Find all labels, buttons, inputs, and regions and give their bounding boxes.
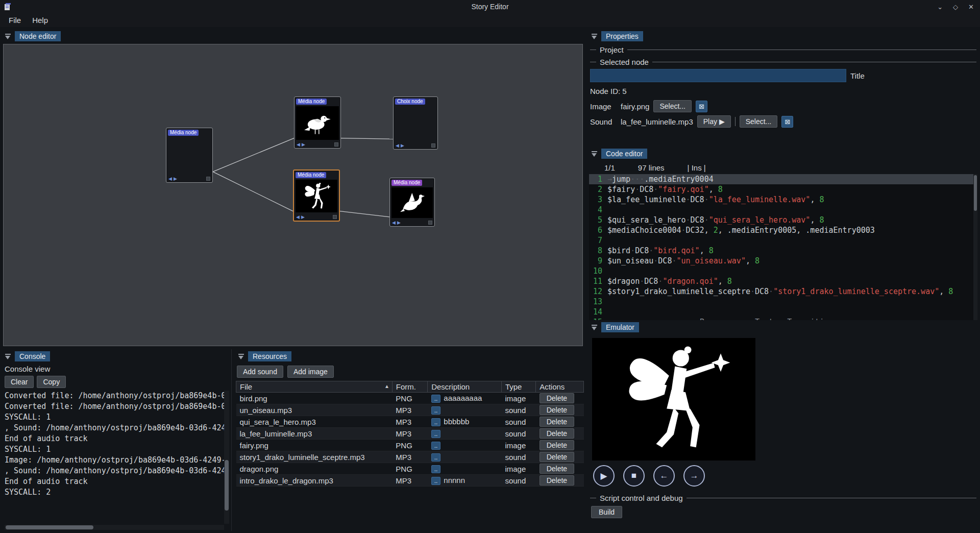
collapse-icon[interactable]: [238, 353, 244, 360]
image-clear-icon[interactable]: ⊠: [696, 101, 707, 112]
delete-button[interactable]: Delete: [540, 464, 574, 474]
delete-button[interactable]: Delete: [540, 452, 574, 462]
prev-port-icon[interactable]: ◀: [392, 220, 396, 225]
edit-description-button[interactable]: ..: [431, 406, 441, 415]
delete-button[interactable]: Delete: [540, 405, 574, 415]
sound-clear-icon[interactable]: ⊠: [781, 116, 793, 128]
add-image-button[interactable]: Add image: [287, 366, 334, 378]
close-icon[interactable]: ✕: [968, 3, 974, 11]
node-port-controls[interactable]: ◀▶: [294, 214, 339, 221]
resource-row[interactable]: la_fee_luminelle.mp3MP3..soundDelete: [236, 428, 584, 440]
code-vscrollbar[interactable]: [973, 174, 977, 320]
code-line[interactable]: 7: [589, 235, 977, 246]
node-port-controls[interactable]: ◀▶: [166, 176, 212, 182]
graph-node-bird[interactable]: Média node◀▶: [294, 96, 341, 149]
prev-port-icon[interactable]: ◀: [396, 143, 399, 148]
clear-button[interactable]: Clear: [5, 376, 34, 388]
edit-description-button[interactable]: ..: [431, 465, 441, 473]
stop-button[interactable]: ■: [623, 465, 645, 487]
console-hscrollbar[interactable]: [5, 525, 224, 530]
resources-title: Resources: [248, 351, 291, 361]
maximize-icon[interactable]: ◇: [953, 3, 958, 11]
column-header-description[interactable]: Description: [428, 381, 502, 393]
resource-row[interactable]: qui_sera_le_hero.mp3MP3..bbbbbbsoundDele…: [236, 416, 584, 428]
step-forward-button[interactable]: →: [683, 465, 705, 487]
next-port-icon[interactable]: ▶: [302, 142, 305, 147]
collapse-icon[interactable]: [591, 151, 598, 157]
delete-button[interactable]: Delete: [540, 475, 574, 486]
edit-description-button[interactable]: ..: [431, 453, 441, 462]
play-button[interactable]: ▶: [593, 465, 615, 487]
column-header-format[interactable]: Form.: [392, 381, 427, 393]
graph-node-dragon[interactable]: Média node◀▶: [389, 178, 435, 227]
edit-description-button[interactable]: ..: [431, 418, 441, 426]
code-line[interactable]: 8$bird·DC8·"bird.qoi", 8: [589, 246, 977, 256]
column-header-type[interactable]: Type: [501, 381, 535, 393]
title-input[interactable]: [590, 69, 846, 82]
delete-button[interactable]: Delete: [540, 440, 574, 450]
sound-play-button[interactable]: Play ▶: [697, 115, 731, 128]
line-number: 5: [589, 215, 607, 225]
menu-file[interactable]: File: [3, 14, 27, 26]
step-back-button[interactable]: ←: [653, 465, 675, 487]
edit-description-button[interactable]: ..: [431, 395, 441, 403]
graph-node-start[interactable]: Média node◀▶: [166, 128, 213, 183]
prev-port-icon[interactable]: ◀: [168, 176, 172, 181]
next-port-icon[interactable]: ▶: [401, 143, 404, 148]
edit-description-button[interactable]: ..: [431, 442, 441, 450]
console-vscrollbar[interactable]: [224, 391, 229, 524]
prev-port-icon[interactable]: ◀: [297, 142, 300, 147]
code-editor-area[interactable]: 1→jump···.mediaEntry00042$fairy·DC8·"fai…: [589, 174, 977, 320]
menu-help[interactable]: Help: [27, 14, 54, 26]
column-header-file[interactable]: File▲: [236, 381, 393, 393]
graph-node-fairy[interactable]: Média node◀▶: [293, 169, 340, 222]
code-line[interactable]: 4: [589, 205, 977, 215]
collapse-icon[interactable]: [591, 33, 598, 40]
code-line[interactable]: 5$qui_sera_le_hero·DC8·"qui_sera_le_hero…: [589, 215, 977, 225]
code-line[interactable]: 11$dragon·DC8·"dragon.qoi", 8: [589, 276, 977, 286]
minimize-icon[interactable]: ⌄: [937, 3, 943, 11]
edit-description-button[interactable]: ..: [431, 430, 441, 438]
collapse-icon[interactable]: [5, 353, 11, 360]
node-port-controls[interactable]: ◀▶: [394, 142, 437, 149]
image-select-button[interactable]: Select...: [653, 100, 692, 112]
resource-row[interactable]: fairy.pngPNG..imageDelete: [236, 440, 584, 451]
code-line[interactable]: 13: [589, 297, 977, 307]
node-body: [395, 106, 436, 141]
code-line[interactable]: 9$un_oiseau·DC8·"un_oiseau.wav", 8: [589, 256, 977, 266]
collapse-icon[interactable]: [591, 324, 598, 331]
node-port-controls[interactable]: ◀▶: [295, 141, 340, 148]
next-port-icon[interactable]: ▶: [397, 220, 401, 225]
resource-row[interactable]: un_oiseau.mp3MP3..soundDelete: [236, 404, 584, 416]
column-header-actions[interactable]: Actions: [536, 381, 584, 393]
code-line[interactable]: 10: [589, 266, 977, 276]
resource-row[interactable]: intro_drako_le_dragon.mp3MP3..nnnnnsound…: [236, 475, 584, 487]
build-button[interactable]: Build: [591, 506, 622, 518]
code-line[interactable]: 3$la_fee_luminelle·DC8·"la_fee_luminelle…: [589, 195, 977, 205]
delete-button[interactable]: Delete: [540, 417, 574, 427]
collapse-icon[interactable]: [5, 33, 11, 40]
code-line[interactable]: 15 Personnage, Texte, Transitions: [589, 317, 977, 320]
resource-row[interactable]: dragon.pngPNG..imageDelete: [236, 463, 584, 475]
delete-button[interactable]: Delete: [540, 428, 574, 439]
next-port-icon[interactable]: ▶: [301, 214, 305, 220]
file-type: image: [501, 440, 535, 451]
sound-select-button[interactable]: Select...: [740, 115, 778, 128]
code-line[interactable]: 1→jump···.mediaEntry0004: [589, 174, 977, 184]
node-port-controls[interactable]: ◀▶: [390, 220, 434, 226]
resource-row[interactable]: story1_drako_luminelle_sceptre.mp3MP3..s…: [236, 451, 584, 463]
add-sound-button[interactable]: Add sound: [237, 366, 283, 378]
code-line[interactable]: 14: [589, 307, 977, 317]
code-line[interactable]: 12$story1_drako_luminelle_sceptre·DC8·"s…: [589, 286, 977, 297]
delete-button[interactable]: Delete: [540, 393, 574, 403]
code-line[interactable]: 6$mediaChoice0004·DC32, 2, .mediaEntry00…: [589, 225, 977, 235]
edit-description-button[interactable]: ..: [431, 477, 441, 485]
resource-row[interactable]: bird.pngPNG..aaaaaaaaaimageDelete: [236, 393, 584, 404]
graph-node-choice[interactable]: Choix node◀▶: [393, 96, 438, 150]
code-line[interactable]: 2$fairy·DC8·"fairy.qoi", 8: [589, 184, 977, 195]
copy-button[interactable]: Copy: [37, 376, 66, 388]
prev-port-icon[interactable]: ◀: [296, 214, 300, 220]
node-graph-canvas[interactable]: Média node◀▶Média node◀▶Choix node◀▶Médi…: [3, 44, 583, 346]
line-number: 8: [589, 246, 607, 256]
next-port-icon[interactable]: ▶: [174, 176, 177, 181]
